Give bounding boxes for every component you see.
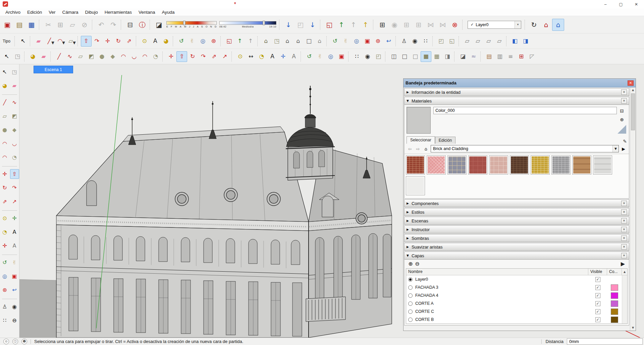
scale-tool[interactable]: ⇗ bbox=[209, 51, 219, 62]
orbit3-tool[interactable]: ↺ bbox=[304, 51, 315, 62]
camera-pair-button[interactable]: ⊞ bbox=[400, 19, 413, 31]
tape-measure-tool[interactable]: ⊙ bbox=[139, 36, 150, 47]
expand-icon[interactable]: ▶ bbox=[407, 237, 409, 240]
delete-button[interactable]: ⊘ bbox=[78, 19, 91, 31]
layer-visible-checkbox[interactable]: ✓ bbox=[595, 277, 600, 282]
forward-arrow-icon[interactable]: ⇨ bbox=[415, 145, 421, 152]
pal-protractor-tool[interactable]: ◔ bbox=[0, 227, 9, 237]
arc-tool-dropdown-icon[interactable]: ▾ bbox=[62, 40, 65, 46]
zoom-extents2-tool[interactable]: ⊛ bbox=[373, 36, 383, 47]
layer-visible-checkbox[interactable]: ✓ bbox=[595, 285, 600, 290]
menu-archivo[interactable]: Archivo bbox=[2, 9, 24, 15]
section-close-icon[interactable]: ✕ bbox=[621, 235, 627, 241]
tray-title-bar[interactable]: Bandeja predeterminada ✕ bbox=[404, 79, 636, 87]
eraser2-tool[interactable]: ▰ bbox=[38, 51, 49, 62]
select-tool[interactable]: ↖ bbox=[18, 36, 29, 47]
rotate-tool[interactable]: ↻ bbox=[113, 36, 124, 47]
default-material-sample[interactable] bbox=[618, 125, 626, 134]
menu-camara[interactable]: Cámara bbox=[59, 9, 82, 15]
sign-in-icon[interactable]: ☻ bbox=[21, 339, 27, 344]
open-button[interactable]: ▤ bbox=[13, 19, 25, 31]
orbit-tool[interactable]: ↺ bbox=[176, 36, 187, 47]
iso-view-button[interactable]: ⌂ bbox=[261, 36, 271, 47]
collapse-icon[interactable]: ▼ bbox=[407, 99, 409, 102]
paste-button[interactable]: ▱ bbox=[66, 19, 78, 31]
layers-scroll-track[interactable] bbox=[622, 275, 627, 283]
column-visible[interactable]: Visible bbox=[588, 269, 607, 275]
material-swatch-red-pavers[interactable] bbox=[468, 155, 487, 175]
pal-pushpull-tool[interactable]: ⇧ bbox=[10, 169, 19, 179]
section-header-instructor[interactable]: ▶Instructor✕ bbox=[404, 225, 629, 233]
layer-row-corte-b[interactable]: CORTE B✓ bbox=[406, 316, 627, 324]
layers-scroll-up-icon[interactable]: ▲ bbox=[622, 269, 627, 275]
tab-seleccionar[interactable]: Seleccionar bbox=[407, 136, 435, 144]
component-box-button[interactable]: ◳ bbox=[271, 36, 282, 47]
share-model-button[interactable]: ↑ bbox=[360, 19, 372, 31]
layer-visible-checkbox[interactable]: ✓ bbox=[595, 301, 600, 306]
scroll-up-icon[interactable]: ▲ bbox=[630, 87, 636, 93]
top-view-button[interactable]: □ bbox=[304, 36, 314, 47]
rotated-rect-tool[interactable]: ◩ bbox=[86, 51, 97, 62]
pal-pan-tool[interactable]: ✌ bbox=[10, 258, 19, 267]
corner-tool[interactable]: ◸ bbox=[527, 51, 537, 62]
menu-herramientas[interactable]: Herramientas bbox=[101, 9, 135, 15]
import-3d-button[interactable]: ↑ bbox=[245, 36, 256, 47]
pal-make-component[interactable]: ◳ bbox=[10, 67, 19, 77]
section-close-icon[interactable]: ✕ bbox=[621, 253, 627, 258]
print-button[interactable]: ⊟ bbox=[124, 19, 136, 31]
frustum2-button[interactable]: ⋈ bbox=[437, 19, 449, 31]
layer-color-swatch[interactable] bbox=[611, 317, 618, 323]
dimension-tool[interactable]: ↔ bbox=[246, 51, 256, 62]
layer-color-swatch[interactable] bbox=[611, 292, 618, 299]
pal-circle-tool[interactable]: ● bbox=[0, 125, 9, 135]
wireframe-style-button[interactable]: □ bbox=[399, 51, 410, 62]
layers-scroll-track[interactable] bbox=[622, 307, 627, 316]
section-header-materiales[interactable]: ▼Materiales✕ bbox=[404, 97, 629, 105]
add-scene-camera-button[interactable]: ⊞ bbox=[376, 19, 388, 31]
section-plane2-button[interactable]: ◧ bbox=[509, 36, 520, 47]
orbit2-tool[interactable]: ↺ bbox=[330, 36, 340, 47]
monochrome-style-button[interactable]: ◨ bbox=[442, 51, 453, 62]
layer-radio[interactable] bbox=[408, 318, 413, 322]
freehand-tool[interactable]: ∿ bbox=[64, 51, 75, 62]
section-close-icon[interactable]: ✕ bbox=[621, 98, 627, 104]
export-3d-button[interactable]: ↑ bbox=[234, 36, 245, 47]
layer-visible-checkbox[interactable]: ✓ bbox=[595, 293, 600, 298]
protractor-tool[interactable]: ◔ bbox=[256, 51, 267, 62]
material-swatch-pink-pavers[interactable] bbox=[427, 155, 446, 175]
dropdown-arrow-icon[interactable]: ▼ bbox=[612, 145, 619, 152]
pal-rotate-tool[interactable]: ↻ bbox=[0, 183, 9, 193]
texture-tool-a[interactable]: ▤ bbox=[484, 51, 494, 62]
layers-scroll-track[interactable] bbox=[622, 316, 627, 324]
section-box-b-button[interactable]: ◱ bbox=[446, 36, 457, 47]
material-swatch-pink-cobblestone[interactable] bbox=[489, 155, 508, 175]
material-swatch-red-brick[interactable] bbox=[406, 155, 425, 175]
layers-scroll-track[interactable] bbox=[622, 299, 627, 307]
material-swatch-weathered-gray-brick[interactable] bbox=[551, 155, 571, 175]
tray-close-button[interactable]: ✕ bbox=[628, 80, 634, 86]
move-tool[interactable]: ✛ bbox=[102, 36, 113, 47]
pal-rect-tool[interactable]: ▱ bbox=[0, 111, 9, 121]
scene-tab[interactable]: Escena 1 bbox=[34, 66, 73, 73]
expand-icon[interactable]: ▶ bbox=[407, 246, 409, 249]
back-arrow-icon[interactable]: ⇦ bbox=[407, 145, 413, 152]
pal-walk-tool[interactable]: ∷ bbox=[0, 316, 9, 325]
maximize-button[interactable]: ▢ bbox=[613, 0, 629, 9]
section-plane-tool[interactable]: ◰ bbox=[373, 51, 384, 62]
walk-tool[interactable]: ∷ bbox=[420, 36, 431, 47]
home-icon[interactable]: ⌂ bbox=[423, 145, 429, 152]
select2-tool[interactable]: ↖ bbox=[1, 51, 12, 62]
zoom-window2-tool[interactable]: ▣ bbox=[336, 51, 347, 62]
tab-edicion[interactable]: Edición bbox=[435, 137, 455, 144]
create-material-icon[interactable]: ⊕ bbox=[619, 116, 625, 123]
pal-section-plane-tool[interactable]: ⊖ bbox=[10, 316, 19, 325]
layer-color-swatch[interactable] bbox=[611, 308, 618, 315]
pal-followme-tool[interactable]: ↷ bbox=[10, 183, 19, 193]
pal-offset-tool[interactable]: ↗ bbox=[10, 197, 19, 206]
section-close-icon[interactable]: ✕ bbox=[621, 209, 627, 215]
shaded-style-button[interactable]: ■ bbox=[421, 51, 431, 62]
eyedropper-icon[interactable]: ✎ bbox=[623, 139, 627, 144]
layer-radio[interactable] bbox=[408, 277, 413, 282]
layer-color-swatch[interactable] bbox=[611, 300, 618, 307]
section-close-icon[interactable]: ✕ bbox=[621, 244, 627, 250]
